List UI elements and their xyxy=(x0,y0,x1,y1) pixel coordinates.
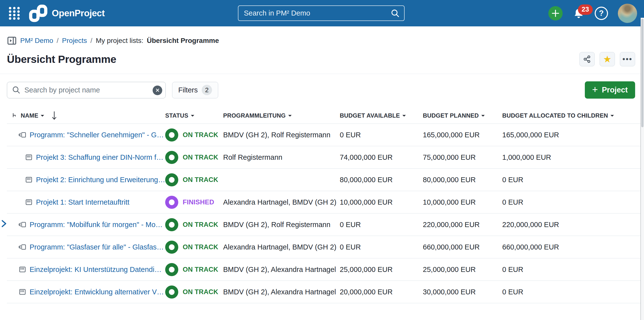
cell-programmleitung: BMDV (GH 2), Rolf Registermann xyxy=(223,131,340,139)
topbar-actions: 23 ? xyxy=(548,0,637,26)
column-header-name[interactable]: NAME xyxy=(7,111,165,120)
grid-dots-icon xyxy=(8,5,20,22)
project-icon xyxy=(25,198,33,206)
project-name-cell: Programm: "Mobilfunk für morgen" - Mo… xyxy=(7,221,165,229)
cell-budget-planned: 10,000,000 EUR xyxy=(423,198,502,206)
favorite-button[interactable]: ★ xyxy=(600,52,615,66)
filters-button[interactable]: Filters 2 xyxy=(172,82,218,98)
status-label: ON TRACK xyxy=(183,266,218,274)
cell-budget-children: 0 EUR xyxy=(502,176,644,184)
project-name-cell: Programm: "Schneller Genehmigen" - G… xyxy=(7,131,165,139)
column-header-budget-planned[interactable]: BUDGET PLANNED xyxy=(423,112,502,119)
cell-budget-available: 25,000,000 EUR xyxy=(340,266,423,274)
scrollbar-thumb[interactable] xyxy=(641,19,644,127)
quick-add-button[interactable] xyxy=(548,6,563,20)
project-name-link[interactable]: Programm: "Schneller Genehmigen" - G… xyxy=(30,131,164,139)
page-header: PM² Demo / Projects / My project lists: … xyxy=(0,26,644,74)
project-name-cell: Projekt 1: Start Internetauftritt xyxy=(7,198,165,206)
project-name-search-input[interactable] xyxy=(24,86,151,94)
breadcrumb-current-prefix: My project lists: xyxy=(96,37,144,44)
project-name-link[interactable]: Einzelprojekt: KI Unterstützung Datendi… xyxy=(30,266,162,274)
star-icon: ★ xyxy=(603,54,612,64)
project-name-link[interactable]: Programm: "Mobilfunk für morgen" - Mo… xyxy=(30,221,163,229)
filter-toolbar: Filters 2 + Project xyxy=(0,74,644,98)
status-indicator xyxy=(165,196,178,209)
status-indicator xyxy=(165,263,178,276)
project-name-cell: Programm: "Glasfaser für alle" - Glasfas… xyxy=(7,243,165,251)
search-icon xyxy=(12,86,20,94)
program-icon xyxy=(18,221,26,228)
chevron-down-icon xyxy=(610,115,614,118)
project-table-body: Programm: "Schneller Genehmigen" - G… ON… xyxy=(7,124,644,303)
clear-search-button[interactable] xyxy=(152,86,162,95)
title-actions: ★ ••• xyxy=(580,52,635,66)
status-cell: FINISHED xyxy=(165,196,223,209)
project-name-link[interactable]: Programm: "Glasfaser für alle" - Glasfas… xyxy=(30,243,164,251)
table-row: Programm: "Glasfaser für alle" - Glasfas… xyxy=(7,236,644,258)
project-name-link[interactable]: Einzelprojekt: Entwicklung alternativer … xyxy=(30,288,164,296)
cell-budget-planned: 165,000,000 EUR xyxy=(423,131,502,139)
column-header-budget-available[interactable]: BUDGET AVAILABLE xyxy=(340,112,423,119)
project-name-cell: Projekt 3: Schaffung einer DIN-Norm f… xyxy=(7,153,165,162)
column-header-programmleitung[interactable]: PROGRAMMLEITUNG xyxy=(223,112,340,119)
table-row: Programm: "Mobilfunk für morgen" - Mo… O… xyxy=(7,214,644,236)
breadcrumb-current-name: Übersicht Programme xyxy=(147,37,219,44)
status-indicator xyxy=(165,286,178,298)
ellipsis-icon: ••• xyxy=(622,58,633,61)
share-button[interactable] xyxy=(580,52,595,66)
openproject-logo[interactable]: OpenProject xyxy=(28,4,105,22)
global-search-input[interactable] xyxy=(244,9,391,17)
more-options-button[interactable]: ••• xyxy=(620,52,635,66)
notifications-button[interactable]: 23 xyxy=(572,6,585,20)
status-indicator xyxy=(165,240,178,254)
status-label: ON TRACK xyxy=(183,243,218,251)
new-project-button[interactable]: + Project xyxy=(585,81,635,98)
status-cell: ON TRACK xyxy=(165,151,223,164)
share-icon xyxy=(583,55,591,63)
chevron-down-icon xyxy=(481,115,485,118)
cell-programmleitung: Rolf Registermann xyxy=(223,153,340,162)
filters-label: Filters xyxy=(178,86,198,94)
app-grid-menu-button[interactable] xyxy=(6,5,22,22)
cell-budget-available: 0 EUR xyxy=(340,243,423,251)
sidebar-expand-handle[interactable] xyxy=(0,218,9,229)
project-table: NAME STATUS PROGRAMMLEITUNG BUDGET AVAIL… xyxy=(0,108,644,303)
program-icon xyxy=(18,131,26,139)
user-avatar[interactable] xyxy=(618,4,637,23)
chevron-right-icon xyxy=(0,219,8,228)
project-name-search xyxy=(7,82,166,98)
status-cell: ON TRACK xyxy=(165,218,223,231)
project-name-link[interactable]: Projekt 1: Start Internetauftritt xyxy=(36,198,130,206)
breadcrumb: PM² Demo / Projects / My project lists: … xyxy=(0,26,644,46)
chevron-down-icon xyxy=(41,115,44,118)
project-name-cell: Projekt 2: Einrichtung und Erweiterung… xyxy=(7,176,165,184)
column-header-budget-children[interactable]: BUDGET ALLOCATED TO CHILDREN xyxy=(502,112,644,119)
vertical-scrollbar[interactable] xyxy=(640,18,644,320)
cell-budget-available: 0 EUR xyxy=(340,221,423,229)
help-button[interactable]: ? xyxy=(595,7,608,20)
status-label: FINISHED xyxy=(183,198,214,206)
notification-count-badge: 23 xyxy=(578,4,593,15)
breadcrumb-projects-link[interactable]: Projects xyxy=(62,37,87,44)
status-label: ON TRACK xyxy=(183,221,218,228)
sidebar-expand-icon[interactable] xyxy=(7,36,17,46)
cell-budget-available: 0 EUR xyxy=(340,131,423,139)
breadcrumb-project-link[interactable]: PM² Demo xyxy=(20,37,53,44)
cell-budget-children: 0 EUR xyxy=(502,198,644,206)
column-header-status[interactable]: STATUS xyxy=(165,112,223,119)
breadcrumb-separator: / xyxy=(57,37,59,44)
column-label: NAME xyxy=(21,112,38,119)
filters-count-badge: 2 xyxy=(202,85,212,95)
table-row: Einzelprojekt: KI Unterstützung Datendi…… xyxy=(7,258,644,281)
page-title: Übersicht Programme xyxy=(7,53,116,65)
cell-programmleitung: Alexandra Hartnagel, BMDV (GH 2) xyxy=(223,243,340,251)
status-label: ON TRACK xyxy=(183,154,218,161)
column-label: BUDGET PLANNED xyxy=(423,112,479,119)
cell-programmleitung: BMDV (GH 2), Alexandra Hartnagel xyxy=(223,266,340,274)
project-name-link[interactable]: Projekt 2: Einrichtung und Erweiterung… xyxy=(36,176,165,184)
table-row: Projekt 1: Start Internetauftritt FINISH… xyxy=(7,191,644,214)
status-indicator xyxy=(165,173,178,186)
project-name-link[interactable]: Projekt 3: Schaffung einer DIN-Norm f… xyxy=(36,153,164,162)
project-icon xyxy=(25,153,33,161)
status-indicator xyxy=(165,218,178,231)
